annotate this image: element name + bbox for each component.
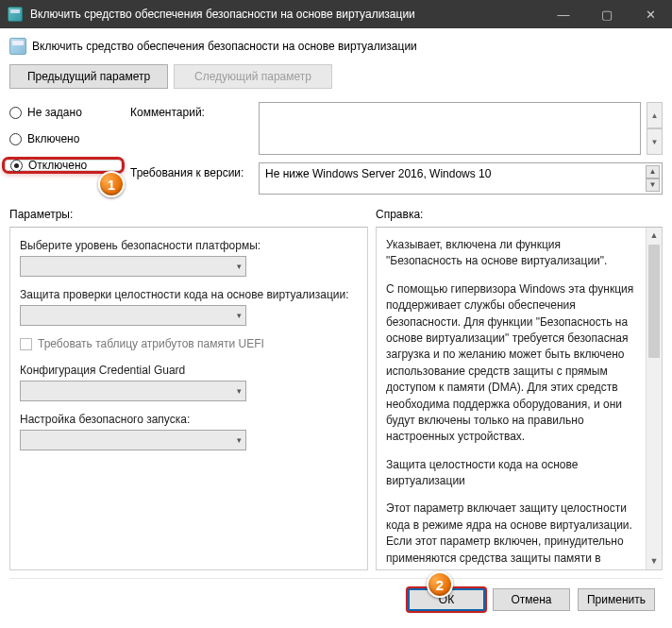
app-icon	[8, 7, 23, 22]
version-field: Не ниже Windows Server 2016, Windows 10 …	[259, 162, 663, 195]
maximize-button[interactable]: ▢	[585, 0, 629, 28]
policy-icon	[9, 38, 26, 55]
platform-security-combo[interactable]: ▾	[20, 256, 246, 277]
minimize-button[interactable]: —	[542, 0, 585, 28]
version-text: Не ниже Windows Server 2016, Windows 10	[265, 167, 491, 180]
credential-guard-combo[interactable]: ▾	[20, 381, 246, 401]
options-pane: Параметры: Выберите уровень безопасности…	[9, 208, 368, 570]
radio-icon	[9, 107, 22, 119]
secure-launch-combo[interactable]: ▾	[20, 430, 246, 450]
spin-up-icon[interactable]: ▲	[646, 165, 660, 178]
options-header: Параметры:	[9, 208, 368, 221]
chevron-down-icon: ▾	[237, 262, 242, 271]
radio-not-configured[interactable]: Не задано	[9, 104, 121, 121]
window-controls: — ▢ ✕	[542, 0, 672, 28]
chevron-down-icon: ▾	[237, 386, 242, 396]
comment-label: Комментарий:	[130, 102, 253, 155]
meta-fields: Комментарий: ▲ ▼ Требования к версии: Не…	[130, 102, 663, 195]
radio-icon	[9, 133, 22, 145]
uefi-checkbox-label: Требовать таблицу атрибутов памяти UEFI	[38, 337, 264, 350]
radio-label: Отключено	[28, 159, 87, 172]
annotation-marker-1: 1	[98, 171, 125, 197]
help-body: Указывает, включена ли функция "Безопасн…	[376, 227, 663, 570]
uefi-checkbox-row[interactable]: Требовать таблицу атрибутов памяти UEFI	[20, 337, 361, 350]
help-paragraph: С помощью гипервизора Windows эта функци…	[386, 281, 639, 446]
spin-up-icon[interactable]: ▲	[647, 102, 663, 128]
titlebar: Включить средство обеспечения безопаснос…	[0, 0, 672, 28]
platform-security-label: Выберите уровень безопасности платформы:	[20, 239, 361, 252]
radio-enabled[interactable]: Включено	[9, 130, 121, 147]
policy-title: Включить средство обеспечения безопаснос…	[32, 40, 417, 53]
options-body: Выберите уровень безопасности платформы:…	[9, 227, 368, 570]
nav-row: Предыдущий параметр Следующий параметр	[9, 64, 663, 89]
help-paragraph: Защита целостности кода на основе виртуа…	[386, 457, 639, 490]
annotation-marker-2: 2	[427, 571, 453, 598]
scroll-down-icon[interactable]: ▼	[647, 553, 662, 569]
radio-label: Не задано	[27, 106, 82, 119]
button-bar: ОК Отмена Применить 2	[9, 578, 663, 619]
close-button[interactable]: ✕	[629, 0, 672, 28]
policy-header: Включить средство обеспечения безопаснос…	[9, 36, 663, 64]
radio-label: Включено	[27, 132, 79, 145]
help-paragraph: Указывает, включена ли функция "Безопасн…	[386, 237, 639, 270]
comment-input[interactable]	[259, 102, 641, 155]
secure-launch-label: Настройка безопасного запуска:	[20, 413, 361, 426]
credential-guard-label: Конфигурация Credential Guard	[20, 364, 361, 377]
checkbox-icon	[20, 338, 32, 350]
scroll-up-icon[interactable]: ▲	[647, 228, 662, 244]
code-integrity-combo[interactable]: ▾	[20, 305, 246, 326]
cancel-button[interactable]: Отмена	[493, 588, 570, 611]
apply-button[interactable]: Применить	[578, 588, 655, 611]
help-pane: Справка: Указывает, включена ли функция …	[376, 208, 663, 570]
next-setting-button: Следующий параметр	[174, 64, 332, 89]
chevron-down-icon: ▾	[237, 311, 242, 320]
window-title: Включить средство обеспечения безопаснос…	[30, 8, 542, 21]
spin-down-icon[interactable]: ▼	[647, 128, 663, 155]
scroll-thumb[interactable]	[648, 245, 660, 358]
code-integrity-label: Защита проверки целостности кода на осно…	[20, 288, 361, 301]
mid-split: Параметры: Выберите уровень безопасности…	[9, 208, 663, 570]
spin-down-icon[interactable]: ▼	[646, 178, 660, 192]
help-paragraph: Этот параметр включает защиту целостност…	[386, 501, 639, 570]
prev-setting-button[interactable]: Предыдущий параметр	[9, 64, 168, 89]
chevron-down-icon: ▾	[237, 435, 242, 445]
help-header: Справка:	[376, 208, 663, 221]
radio-icon	[10, 160, 23, 172]
version-label: Требования к версии:	[130, 162, 253, 195]
help-scrollbar[interactable]: ▲ ▼	[646, 228, 662, 569]
dialog-content: Включить средство обеспечения безопаснос…	[0, 28, 672, 628]
